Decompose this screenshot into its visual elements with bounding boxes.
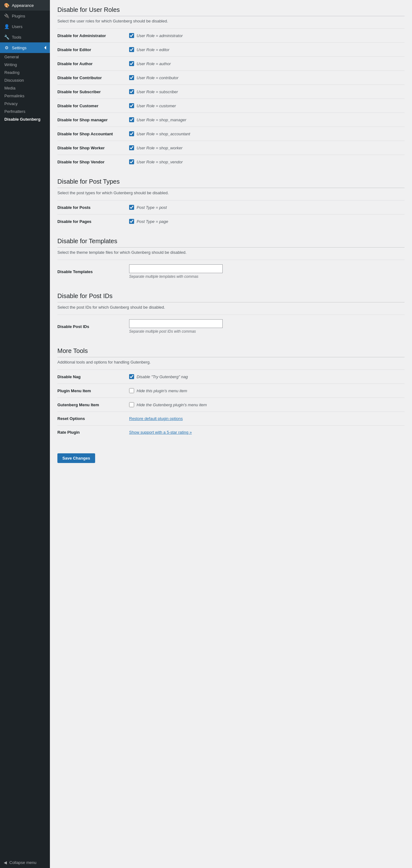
row-value: Hide the Gutenberg plugin's menu item	[126, 398, 405, 412]
plugins-icon: 🔌	[4, 13, 9, 19]
checkbox-cell: Post Type = page	[129, 219, 402, 224]
sidebar-submenu-discussion[interactable]: Discussion	[0, 76, 50, 84]
sidebar-item-label: Users	[12, 24, 23, 29]
table-row: Disable NagDisable "Try Gutenberg" nag	[57, 370, 405, 384]
table-row: Disable for Shop VendorUser Role = shop_…	[57, 155, 405, 169]
checkbox-input[interactable]	[129, 33, 134, 38]
table-row: Disable for AdministratorUser Role = adm…	[57, 29, 405, 43]
sidebar-submenu-writing[interactable]: Writing	[0, 61, 50, 69]
templates-desc: Select the theme template files for whic…	[57, 250, 405, 255]
post-ids-section: Disable for Post IDs Select the post IDs…	[57, 292, 405, 338]
row-label: Disable for Pages	[57, 215, 126, 228]
checkbox-input[interactable]	[129, 205, 134, 210]
sidebar-submenu-general[interactable]: General	[0, 53, 50, 61]
checkbox-label: User Role = customer	[137, 103, 176, 108]
table-row: Plugin Menu ItemHide this plugin's menu …	[57, 384, 405, 398]
save-changes-button[interactable]: Save Changes	[57, 453, 95, 463]
user-roles-table: Disable for AdministratorUser Role = adm…	[57, 28, 405, 169]
table-row: Disable for Shop managerUser Role = shop…	[57, 113, 405, 127]
checkbox-label: User Role = administrator	[137, 33, 183, 38]
more-tools-section: More Tools Additional tools and options …	[57, 347, 405, 439]
checkbox-cell: User Role = customer	[129, 103, 402, 108]
row-label: Disable for Subscriber	[57, 85, 126, 99]
checkbox-label: Hide the Gutenberg plugin's menu item	[137, 403, 207, 407]
sidebar-submenu-disable-gutenberg[interactable]: Disable Gutenberg	[0, 115, 50, 123]
sidebar-item-users[interactable]: 👤 Users	[0, 21, 50, 32]
text-input[interactable]	[129, 319, 223, 328]
checkbox-label: Post Type = post	[137, 205, 167, 210]
checkbox-input[interactable]	[129, 61, 134, 66]
checkbox-input[interactable]	[129, 402, 134, 407]
checkbox-label: User Role = author	[137, 61, 171, 66]
row-value: User Role = contributor	[126, 71, 405, 85]
checkbox-input[interactable]	[129, 47, 134, 52]
sidebar-item-appearance[interactable]: 🎨 Appearance	[0, 0, 50, 10]
table-row: Disable for EditorUser Role = editor	[57, 43, 405, 57]
collapse-menu-button[interactable]: ◀ Collapse menu	[0, 857, 50, 868]
checkbox-input[interactable]	[129, 117, 134, 122]
row-label: Disable for Shop Vendor	[57, 155, 126, 169]
sidebar-item-tools[interactable]: 🔧 Tools	[0, 32, 50, 42]
row-label: Disable for Shop Accountant	[57, 127, 126, 141]
checkbox-label: Disable "Try Gutenberg" nag	[137, 374, 188, 379]
checkbox-cell: User Role = subscriber	[129, 89, 402, 94]
sidebar-submenu-privacy[interactable]: Privacy	[0, 100, 50, 107]
table-row: Disable for AuthorUser Role = author	[57, 57, 405, 71]
checkbox-cell: User Role = contributor	[129, 75, 402, 80]
templates-table: Disable TemplatesSeparate multiple templ…	[57, 260, 405, 283]
sidebar-submenu-perfmatters[interactable]: Perfmatters	[0, 107, 50, 115]
table-row: Reset OptionsRestore default plugin opti…	[57, 412, 405, 426]
sidebar-submenu-permalinks[interactable]: Permalinks	[0, 92, 50, 100]
table-row: Disable for CustomerUser Role = customer	[57, 99, 405, 113]
collapse-icon: ◀	[4, 860, 7, 865]
sidebar-item-label: Tools	[12, 35, 21, 40]
checkbox-input[interactable]	[129, 131, 134, 136]
input-hint: Separate multiple templates with commas	[129, 274, 402, 279]
post-ids-desc: Select the post IDs for which Gutenberg …	[57, 305, 405, 310]
user-roles-title: Disable for User Roles	[57, 6, 405, 16]
sidebar-submenu-reading[interactable]: Reading	[0, 69, 50, 76]
table-row: Disable for PagesPost Type = page	[57, 215, 405, 228]
text-input[interactable]	[129, 265, 223, 273]
checkbox-cell: Hide the Gutenberg plugin's menu item	[129, 402, 402, 407]
row-label: Disable for Editor	[57, 43, 126, 57]
row-value: User Role = author	[126, 57, 405, 71]
row-value: User Role = shop_accountant	[126, 127, 405, 141]
sidebar-item-label: Appearance	[12, 3, 34, 8]
sidebar-item-settings[interactable]: ⚙ Settings	[0, 42, 50, 53]
checkbox-cell: User Role = shop_worker	[129, 145, 402, 150]
sidebar-submenu-media[interactable]: Media	[0, 84, 50, 92]
table-row: Disable Post IDsSeparate multiple post I…	[57, 315, 405, 338]
checkbox-label: User Role = contributor	[137, 75, 178, 80]
checkbox-input[interactable]	[129, 388, 134, 393]
settings-link[interactable]: Show support with a 5-star rating »	[129, 430, 192, 435]
row-value: Post Type = post	[126, 200, 405, 215]
checkbox-input[interactable]	[129, 219, 134, 224]
row-value: Hide this plugin's menu item	[126, 384, 405, 398]
checkbox-input[interactable]	[129, 103, 134, 108]
row-label: Disable for Contributor	[57, 71, 126, 85]
input-hint: Separate multiple post IDs with commas	[129, 329, 402, 334]
row-label: Disable Templates	[57, 260, 126, 283]
checkbox-input[interactable]	[129, 75, 134, 80]
users-icon: 👤	[4, 24, 9, 29]
more-tools-table: Disable NagDisable "Try Gutenberg" nagPl…	[57, 369, 405, 439]
checkbox-input[interactable]	[129, 374, 134, 379]
checkbox-input[interactable]	[129, 159, 134, 164]
input-wrap: Separate multiple templates with commas	[129, 265, 402, 279]
checkbox-label: User Role = shop_vendor	[137, 160, 183, 164]
table-row: Disable for SubscriberUser Role = subscr…	[57, 85, 405, 99]
checkbox-input[interactable]	[129, 145, 134, 150]
settings-submenu: General Writing Reading Discussion Media…	[0, 53, 50, 123]
row-value: User Role = shop_vendor	[126, 155, 405, 169]
sidebar-item-plugins[interactable]: 🔌 Plugins	[0, 10, 50, 21]
collapse-label: Collapse menu	[9, 860, 36, 865]
checkbox-label: User Role = shop_accountant	[137, 131, 190, 136]
save-row: Save Changes	[57, 448, 405, 463]
checkbox-input[interactable]	[129, 89, 134, 94]
settings-link[interactable]: Restore default plugin options	[129, 416, 183, 421]
post-ids-table: Disable Post IDsSeparate multiple post I…	[57, 315, 405, 338]
settings-icon: ⚙	[4, 45, 9, 51]
more-tools-desc: Additional tools and options for handlin…	[57, 360, 405, 365]
user-roles-section: Disable for User Roles Select the user r…	[57, 6, 405, 169]
